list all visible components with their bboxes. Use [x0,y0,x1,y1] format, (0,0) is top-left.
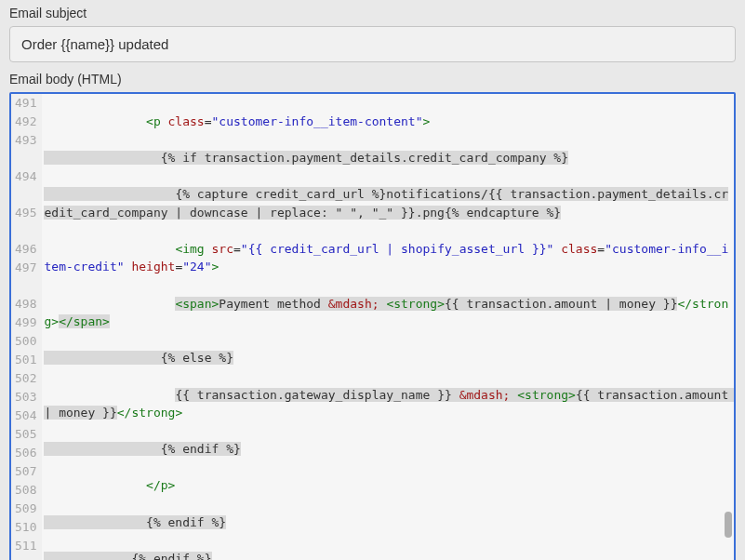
scrollbar-thumb[interactable] [725,512,732,538]
email-subject-input[interactable] [9,26,736,62]
line-number-gutter: 4914924934944954964974984995005015025035… [11,94,42,560]
code-content[interactable]: <p class="customer-info__item-content"> … [42,94,734,560]
email-body-editor[interactable]: 4914924934944954964974984995005015025035… [9,92,736,560]
email-body-label: Email body (HTML) [9,72,736,87]
editor-scrollbar[interactable] [723,96,732,558]
email-subject-label: Email subject [9,6,736,20]
